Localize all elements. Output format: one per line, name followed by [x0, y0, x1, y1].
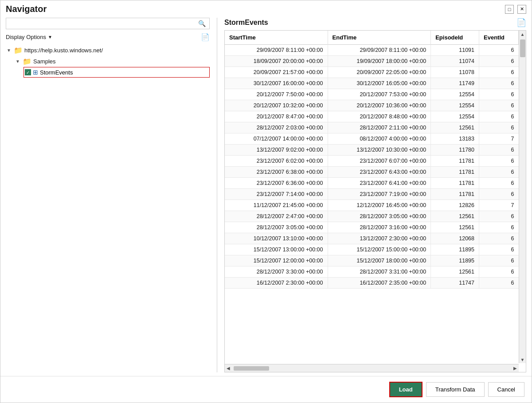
- table-cell: 23/12/2007 6:02:00 +00:00: [225, 156, 328, 167]
- samples-folder-icon: 📁: [23, 57, 31, 66]
- table-cell: 6: [479, 100, 519, 111]
- scroll-up-arrow[interactable]: ▲: [519, 31, 526, 38]
- table-cell: 6: [479, 156, 519, 167]
- table-cell: 23/12/2007 6:41:00 +00:00: [328, 178, 431, 189]
- table-cell: 6: [479, 233, 519, 244]
- data-table-container: StartTime EndTime EpisodeId EventId 29/0…: [224, 30, 526, 372]
- close-button[interactable]: ✕: [517, 5, 526, 14]
- table-cell: 23/12/2007 6:07:00 +00:00: [328, 156, 431, 167]
- table-row: 23/12/2007 7:14:00 +00:0023/12/2007 7:19…: [225, 189, 519, 200]
- table-cell: 30/12/2007 16:00:00 +00:00: [225, 78, 328, 89]
- table-cell: 6: [479, 278, 519, 289]
- load-button[interactable]: Load: [389, 382, 422, 397]
- table-header: StartTime EndTime EpisodeId EventId: [225, 31, 519, 45]
- display-options-row: Display Options ▼ 📄: [6, 33, 210, 41]
- table-row: 15/12/2007 13:00:00 +00:0015/12/2007 15:…: [225, 244, 519, 255]
- table-cell: 15/12/2007 15:00:00 +00:00: [328, 244, 431, 255]
- scroll-thumb-h[interactable]: [234, 366, 269, 371]
- table-row: 23/12/2007 6:38:00 +00:0023/12/2007 6:43…: [225, 167, 519, 178]
- refresh-icon: 📄: [201, 33, 210, 41]
- table-cell: 12/12/2007 16:45:00 +00:00: [328, 200, 431, 211]
- display-options-button[interactable]: Display Options ▼: [6, 34, 52, 40]
- table-cell: 10/12/2007 13:10:00 +00:00: [225, 233, 328, 244]
- col-start-time: StartTime: [225, 31, 328, 45]
- display-options-label: Display Options: [6, 34, 46, 40]
- search-icon[interactable]: 🔍: [198, 20, 206, 27]
- data-table: StartTime EndTime EpisodeId EventId 29/0…: [225, 31, 519, 289]
- scroll-thumb-v[interactable]: [520, 39, 525, 57]
- table-cell: 19/09/2007 18:00:00 +00:00: [328, 56, 431, 67]
- search-input[interactable]: [10, 20, 196, 27]
- table-cell: 6: [479, 222, 519, 233]
- table-cell: 6: [479, 211, 519, 222]
- table-row: 20/09/2007 21:57:00 +00:0020/09/2007 22:…: [225, 67, 519, 78]
- col-event-id: EventId: [479, 31, 519, 45]
- data-view-icon[interactable]: 📄: [516, 18, 526, 27]
- table-row: 29/09/2007 8:11:00 +00:0029/09/2007 8:11…: [225, 45, 519, 56]
- table-cell: 6: [479, 178, 519, 189]
- horizontal-scrollbar[interactable]: ◀ ▶: [225, 364, 519, 372]
- samples-node[interactable]: ▼ 📁 Samples: [15, 56, 210, 67]
- table-row: 13/12/2007 9:02:00 +00:0013/12/2007 10:3…: [225, 145, 519, 156]
- table-cell: 23/12/2007 6:43:00 +00:00: [328, 167, 431, 178]
- table-cell: 12554: [431, 111, 479, 122]
- table-cell: 07/12/2007 14:00:00 +00:00: [225, 133, 328, 145]
- table-cell: 20/09/2007 21:57:00 +00:00: [225, 67, 328, 78]
- scroll-down-arrow[interactable]: ▼: [519, 356, 526, 363]
- vertical-scrollbar[interactable]: ▲ ▼: [519, 31, 526, 363]
- scroll-left-arrow[interactable]: ◀: [225, 364, 232, 372]
- col-end-time: EndTime: [328, 31, 431, 45]
- minimize-button[interactable]: □: [505, 5, 514, 14]
- table-icon: ⊞: [33, 69, 38, 76]
- table-scroll-wrapper[interactable]: StartTime EndTime EpisodeId EventId 29/0…: [225, 31, 519, 364]
- table-cell: 23/12/2007 6:38:00 +00:00: [225, 167, 328, 178]
- table-cell: 6: [479, 56, 519, 67]
- table-cell: 12554: [431, 89, 479, 100]
- table-cell: 28/12/2007 3:31:00 +00:00: [328, 266, 431, 278]
- cancel-button[interactable]: Cancel: [488, 382, 524, 397]
- storm-events-item[interactable]: ⊞ StormEvents: [23, 67, 210, 78]
- table-cell: 11/12/2007 21:45:00 +00:00: [225, 200, 328, 211]
- header-row: StartTime EndTime EpisodeId EventId: [225, 31, 519, 45]
- table-cell: 6: [479, 89, 519, 100]
- table-row: 20/12/2007 7:50:00 +00:0020/12/2007 7:53…: [225, 89, 519, 100]
- table-cell: 12561: [431, 222, 479, 233]
- table-cell: 11747: [431, 278, 479, 289]
- refresh-button[interactable]: 📄: [201, 33, 210, 41]
- table-cell: 28/12/2007 2:11:00 +00:00: [328, 122, 431, 133]
- table-cell: 15/12/2007 12:00:00 +00:00: [225, 255, 328, 266]
- table-cell: 20/12/2007 10:32:00 +00:00: [225, 100, 328, 111]
- table-cell: 11781: [431, 167, 479, 178]
- table-cell: 16/12/2007 2:30:00 +00:00: [225, 278, 328, 289]
- table-row: 28/12/2007 2:47:00 +00:0028/12/2007 3:05…: [225, 211, 519, 222]
- table-cell: 13/12/2007 2:30:00 +00:00: [328, 233, 431, 244]
- search-box: 🔍: [6, 18, 210, 29]
- table-cell: 11781: [431, 178, 479, 189]
- table-cell: 13183: [431, 133, 479, 145]
- table-cell: 11780: [431, 145, 479, 156]
- col-episode-id: EpisodeId: [431, 31, 479, 45]
- table-cell: 6: [479, 122, 519, 133]
- root-url-label: https://help.kusto.windows.net/: [24, 47, 103, 54]
- table-cell: 15/12/2007 13:00:00 +00:00: [225, 244, 328, 255]
- table-cell: 6: [479, 167, 519, 178]
- table-cell: 12561: [431, 266, 479, 278]
- tree-root-node[interactable]: ▼ 📁 https://help.kusto.windows.net/: [6, 45, 210, 56]
- table-cell: 11781: [431, 189, 479, 200]
- table-cell: 6: [479, 266, 519, 278]
- table-row: 28/12/2007 2:03:00 +00:0028/12/2007 2:11…: [225, 122, 519, 133]
- table-cell: 11749: [431, 78, 479, 89]
- tree-children: ▼ 📁 Samples ⊞ StormEvents: [6, 56, 210, 78]
- table-cell: 16/12/2007 2:35:00 +00:00: [328, 278, 431, 289]
- storm-events-checkbox[interactable]: [25, 69, 31, 75]
- table-row: 23/12/2007 6:36:00 +00:0023/12/2007 6:41…: [225, 178, 519, 189]
- table-cell: 23/12/2007 7:19:00 +00:00: [328, 189, 431, 200]
- table-cell: 6: [479, 67, 519, 78]
- transform-data-button[interactable]: Transform Data: [426, 382, 485, 397]
- samples-collapse-icon: ▼: [16, 59, 21, 64]
- scroll-right-arrow[interactable]: ▶: [512, 364, 519, 372]
- table-cell: 23/12/2007 6:36:00 +00:00: [225, 178, 328, 189]
- main-content: 🔍 Display Options ▼ 📄 ▼ 📁 https://help.k…: [0, 14, 532, 376]
- table-row: 16/12/2007 2:30:00 +00:0016/12/2007 2:35…: [225, 278, 519, 289]
- table-cell: 28/12/2007 2:47:00 +00:00: [225, 211, 328, 222]
